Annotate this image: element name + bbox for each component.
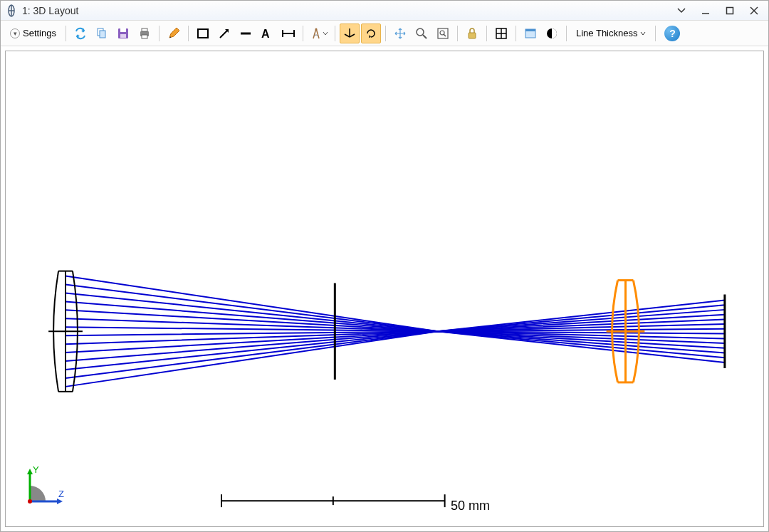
compass-icon — [310, 27, 323, 40]
settings-label: Settings — [23, 28, 56, 38]
svg-point-54 — [28, 499, 32, 504]
line-button[interactable] — [236, 24, 256, 43]
svg-line-27 — [423, 35, 427, 38]
axes-icon — [343, 27, 356, 40]
svg-point-26 — [417, 28, 424, 36]
pan-icon — [394, 27, 407, 40]
pencil-icon — [167, 27, 180, 40]
svg-point-22 — [315, 28, 317, 30]
fit-button[interactable] — [433, 24, 453, 43]
chevron-down-icon — [640, 31, 646, 36]
separator — [335, 26, 335, 41]
print-icon — [138, 27, 151, 40]
svg-rect-36 — [525, 29, 535, 31]
zoom-icon — [415, 27, 428, 40]
pan-button[interactable] — [390, 24, 410, 43]
copy-icon — [95, 27, 108, 40]
line-thickness-label: Line Thickness — [576, 28, 637, 38]
zoom-button[interactable] — [412, 24, 431, 43]
quad-view-button[interactable] — [491, 24, 511, 43]
svg-rect-4 — [727, 7, 733, 14]
compass-button[interactable] — [308, 24, 330, 43]
svg-rect-15 — [198, 29, 208, 38]
arrow-button[interactable] — [214, 24, 234, 43]
copy-button[interactable] — [92, 24, 112, 43]
canvas-frame[interactable]: 50 mm Y Z — [5, 51, 764, 527]
lock-button[interactable] — [462, 24, 482, 43]
close-button[interactable] — [744, 3, 764, 19]
svg-line-25 — [350, 34, 355, 37]
svg-rect-31 — [469, 33, 476, 38]
settings-button[interactable]: ▾ Settings — [5, 24, 61, 43]
svg-line-24 — [345, 34, 350, 37]
app-icon — [5, 4, 18, 17]
separator — [385, 26, 386, 41]
window-title: 1: 3D Layout — [22, 5, 78, 16]
svg-rect-8 — [100, 31, 105, 38]
contrast-button[interactable] — [542, 24, 562, 43]
axis-widget: Y Z — [24, 464, 67, 509]
text-button[interactable]: A — [257, 24, 277, 43]
svg-text:A: A — [261, 28, 270, 40]
help-icon: ? — [669, 28, 676, 39]
minimize-button[interactable] — [696, 3, 716, 19]
chevron-down-icon: ▾ — [10, 28, 20, 38]
help-button[interactable]: ? — [664, 26, 680, 41]
window-icon — [524, 27, 537, 40]
text-a-icon: A — [260, 27, 274, 40]
separator — [457, 26, 458, 41]
dimension-button[interactable] — [278, 24, 298, 43]
svg-rect-11 — [120, 34, 126, 38]
refresh-icon — [74, 27, 87, 40]
fit-icon — [436, 27, 449, 40]
line-thickness-dropdown[interactable]: Line Thickness — [571, 24, 651, 43]
separator — [159, 26, 159, 41]
lock-icon — [466, 27, 478, 40]
rotate-toggle-button[interactable] — [361, 24, 381, 43]
rectangle-icon — [197, 27, 209, 40]
window-root: 1: 3D Layout ▾ Settings — [0, 0, 769, 532]
rotate-icon — [365, 27, 377, 40]
axis-y-label: Y — [33, 464, 39, 475]
quad-icon — [495, 27, 508, 40]
save-button[interactable] — [113, 24, 133, 43]
refresh-button[interactable] — [70, 24, 90, 43]
scale-label: 50 mm — [451, 499, 490, 513]
maximize-button[interactable] — [720, 3, 740, 19]
svg-rect-13 — [142, 28, 147, 31]
separator — [655, 26, 656, 41]
rectangle-button[interactable] — [193, 24, 213, 43]
arrow-icon — [218, 27, 231, 40]
separator — [188, 26, 189, 41]
window-layout-button[interactable] — [520, 24, 540, 43]
svg-line-30 — [444, 34, 446, 36]
separator — [516, 26, 516, 41]
separator — [66, 26, 66, 41]
separator — [303, 26, 303, 41]
contrast-icon — [545, 27, 558, 40]
svg-rect-10 — [120, 28, 126, 32]
svg-line-16 — [220, 30, 228, 38]
dimension-icon — [281, 27, 295, 40]
layout-viewport[interactable] — [6, 51, 763, 526]
axis-z-label: Z — [58, 489, 64, 499]
separator — [566, 26, 567, 41]
titlebar: 1: 3D Layout — [1, 1, 768, 21]
chevron-down-icon — [323, 31, 328, 36]
toolbar: ▾ Settings A — [1, 21, 768, 46]
svg-rect-28 — [438, 28, 448, 38]
axes-toggle-button[interactable] — [340, 24, 360, 43]
canvas-area: 50 mm Y Z — [1, 46, 768, 531]
line-icon — [239, 27, 252, 40]
svg-rect-14 — [142, 35, 147, 38]
separator — [486, 26, 487, 41]
save-icon — [117, 27, 130, 40]
dropdown-button[interactable] — [671, 3, 691, 19]
pencil-button[interactable] — [164, 24, 184, 43]
print-button[interactable] — [135, 24, 155, 43]
